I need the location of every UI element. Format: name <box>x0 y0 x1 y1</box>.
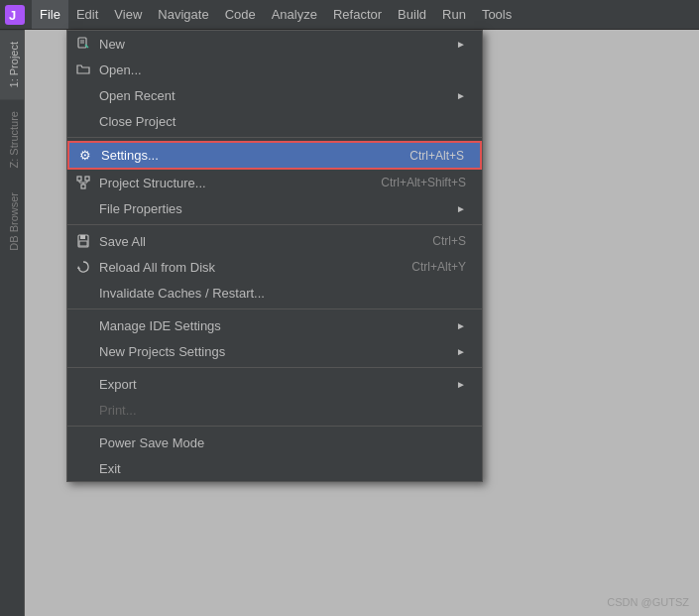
main-area: 1: Project Z: Structure DB Browser New ►… <box>0 30 699 616</box>
menu-item-close-project-label: Close Project <box>99 114 466 129</box>
menu-item-file-properties-label: File Properties <box>99 201 448 216</box>
reload-icon <box>75 259 91 275</box>
svg-text:J: J <box>9 8 16 23</box>
separator-4 <box>67 367 482 368</box>
menu-item-export-label: Export <box>99 377 448 392</box>
sidebar-tab-project[interactable]: 1: Project <box>0 30 24 99</box>
separator-1 <box>67 137 482 138</box>
menu-refactor[interactable]: Refactor <box>325 0 390 29</box>
menu-item-new-projects[interactable]: New Projects Settings ► <box>67 338 482 364</box>
settings-gear-icon: ⚙ <box>77 148 93 164</box>
svg-rect-14 <box>80 235 85 239</box>
menu-edit[interactable]: Edit <box>68 0 106 29</box>
menu-item-new-label: New <box>99 37 448 52</box>
menu-item-open-recent-label: Open Recent <box>99 88 448 103</box>
sidebar-tab-db[interactable]: DB Browser <box>0 181 24 263</box>
folder-open-icon <box>75 62 91 77</box>
svg-marker-16 <box>77 266 80 269</box>
manage-ide-arrow-icon: ► <box>456 320 466 331</box>
reload-shortcut: Ctrl+Alt+Y <box>411 260 466 274</box>
menu-item-settings-label: Settings... <box>101 148 390 163</box>
file-new-icon <box>75 36 91 52</box>
project-structure-shortcut: Ctrl+Alt+Shift+S <box>381 176 466 189</box>
menu-item-print: Print... <box>67 397 482 423</box>
menu-item-open-label: Open... <box>99 62 466 77</box>
open-recent-arrow-icon: ► <box>456 90 466 101</box>
menu-item-new-projects-label: New Projects Settings <box>99 344 448 359</box>
menu-item-open-recent[interactable]: Open Recent ► <box>67 82 482 108</box>
menu-item-save-all-label: Save All <box>99 234 412 249</box>
svg-rect-8 <box>81 185 85 188</box>
menu-item-reload[interactable]: Reload All from Disk Ctrl+Alt+Y <box>67 254 482 280</box>
menu-item-open[interactable]: Open... <box>67 57 482 82</box>
menu-build[interactable]: Build <box>390 0 434 29</box>
menu-code[interactable]: Code <box>217 0 264 29</box>
svg-rect-7 <box>85 177 89 181</box>
menu-item-new[interactable]: New ► <box>67 31 482 57</box>
file-dropdown-menu: New ► Open... Open Recent ► Close Projec… <box>66 30 483 482</box>
watermark: CSDN @GUTSZ <box>607 596 689 608</box>
app-logo: J <box>4 4 26 26</box>
save-all-icon <box>75 233 91 249</box>
separator-3 <box>67 308 482 309</box>
sidebar-left: 1: Project Z: Structure DB Browser <box>0 30 25 616</box>
menu-item-exit-label: Exit <box>99 461 466 476</box>
menu-item-power-save[interactable]: Power Save Mode <box>67 430 482 455</box>
new-arrow-icon: ► <box>456 39 466 50</box>
menu-item-invalidate-label: Invalidate Caches / Restart... <box>99 286 466 301</box>
project-structure-icon <box>75 175 91 190</box>
export-arrow-icon: ► <box>456 379 466 390</box>
separator-5 <box>67 426 482 427</box>
menu-item-project-structure[interactable]: Project Structure... Ctrl+Alt+Shift+S <box>67 170 482 195</box>
menu-run[interactable]: Run <box>434 0 474 29</box>
separator-2 <box>67 224 482 225</box>
svg-rect-15 <box>79 241 87 246</box>
menu-file[interactable]: File <box>32 0 68 29</box>
menu-item-power-save-label: Power Save Mode <box>99 435 466 450</box>
menu-item-manage-ide-label: Manage IDE Settings <box>99 318 448 333</box>
svg-rect-6 <box>77 177 81 181</box>
menu-item-close-project[interactable]: Close Project <box>67 108 482 134</box>
menu-item-export[interactable]: Export ► <box>67 371 482 397</box>
menu-item-invalidate[interactable]: Invalidate Caches / Restart... <box>67 280 482 306</box>
save-all-shortcut: Ctrl+S <box>432 234 466 248</box>
file-properties-arrow-icon: ► <box>456 203 466 214</box>
menu-item-exit[interactable]: Exit <box>67 455 482 481</box>
menu-item-reload-label: Reload All from Disk <box>99 260 392 275</box>
menu-item-project-structure-label: Project Structure... <box>99 176 361 190</box>
menu-item-print-label: Print... <box>99 403 466 418</box>
menu-analyze[interactable]: Analyze <box>264 0 325 29</box>
menu-navigate[interactable]: Navigate <box>150 0 216 29</box>
settings-shortcut: Ctrl+Alt+S <box>409 149 464 163</box>
menu-view[interactable]: View <box>106 0 150 29</box>
menu-tools[interactable]: Tools <box>474 0 520 29</box>
menu-item-save-all[interactable]: Save All Ctrl+S <box>67 228 482 254</box>
menubar: J File Edit View Navigate Code Analyze R… <box>0 0 699 30</box>
menu-item-file-properties[interactable]: File Properties ► <box>67 195 482 221</box>
menu-item-settings[interactable]: ⚙ Settings... Ctrl+Alt+S <box>67 141 482 170</box>
new-projects-arrow-icon: ► <box>456 346 466 357</box>
menu-item-manage-ide[interactable]: Manage IDE Settings ► <box>67 312 482 338</box>
sidebar-tab-structure[interactable]: Z: Structure <box>0 99 24 180</box>
content-area: New ► Open... Open Recent ► Close Projec… <box>25 30 699 616</box>
